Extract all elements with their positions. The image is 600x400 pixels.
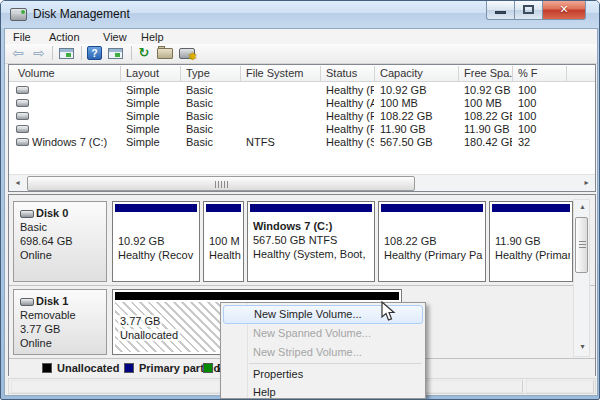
toolbar-separator [81,46,82,60]
partition-recovery[interactable]: 10.92 GB Healthy (Recov [112,201,200,282]
rescan-disks-icon[interactable] [157,48,173,59]
cell-percent: 100 [518,97,548,110]
column-header-percent-free[interactable]: % F [518,67,548,80]
cell-volume [32,97,124,110]
disk-management-window: Disk Management ✕ File Action View Help … [0,0,600,400]
scroll-up-icon[interactable]: ▴ [574,200,591,216]
menu-separator [249,363,422,364]
menu-item-help[interactable]: Help [223,383,423,400]
close-button[interactable]: ✕ [542,1,586,20]
forward-icon[interactable]: ⇨ [30,45,48,62]
scroll-down-icon[interactable]: ▾ [574,340,591,356]
disk1-label[interactable]: Disk 1 Removable 3.77 GB Online [13,289,107,355]
cell-status: Healthy (P... [326,110,374,123]
partition-status: Healthy (Primary Pa [384,248,483,262]
column-header-volume[interactable]: Volume [18,67,118,80]
disk-status: Online [20,248,106,262]
toolbar: ⇦ ⇨ ? ↻ ✱ [5,44,597,64]
title-bar[interactable]: Disk Management ✕ [1,1,599,28]
horizontal-scrollbar[interactable]: ◂ ▸ [9,174,595,191]
legend-primary-swatch [124,363,134,373]
cell-percent: 32 [518,136,548,149]
disk0-label[interactable]: Disk 0 Basic 698.64 GB Online [13,201,107,282]
partition-size: 100 M [209,234,241,248]
menu-view[interactable]: View [97,30,133,44]
partition-11gb[interactable]: 11.90 GB Healthy (Primar [489,201,573,282]
disk-kind: Basic [20,220,106,234]
partition-108gb[interactable]: 108.22 GB Healthy (Primary Pa [378,201,486,282]
disk-icon [20,298,34,306]
menu-item-properties[interactable]: Properties [223,365,423,384]
menu-item-new-spanned-volume: New Spanned Volume... [223,324,423,343]
volume-row[interactable]: Simple Basic Healthy (P... 108.22 GB 108… [9,110,595,123]
show-action-pane-icon[interactable] [108,48,123,59]
show-console-tree-icon[interactable] [59,48,74,59]
legend-unallocated-swatch [42,363,52,373]
back-icon[interactable]: ⇦ [9,45,27,62]
cell-capacity: 567.50 GB [380,136,458,149]
status-cell [526,380,594,393]
partition-status: Healthy (Primar [495,248,570,262]
maximize-button[interactable] [514,1,543,20]
cell-status: Healthy (P... [326,123,374,136]
client-area: File Action View Help ⇦ ⇨ ? ↻ ✱ Volume [4,28,598,396]
menu-file[interactable]: File [7,30,37,44]
menu-item-new-striped-volume: New Striped Volume... [223,343,423,362]
vertical-scrollbar[interactable]: ▴ ▾ [573,199,590,357]
horizontal-scroll-thumb[interactable] [27,176,415,191]
cell-filesystem [246,84,318,97]
column-separator [458,66,459,81]
help-icon[interactable]: ? [87,46,102,60]
volume-row[interactable]: Simple Basic Healthy (P... 11.90 GB 11.9… [9,123,595,136]
column-header-freespace[interactable]: Free Spa... [464,67,512,80]
cell-percent: 100 [518,84,548,97]
volume-row-windows7[interactable]: Windows 7 (C:) Simple Basic NTFS Healthy… [9,136,595,149]
close-icon: ✕ [543,3,585,16]
column-separator [512,66,513,81]
partition-status: Health [209,248,241,262]
column-header-filesystem[interactable]: File System [246,67,318,80]
volume-row[interactable]: Simple Basic Healthy (A... 100 MB 100 MB… [9,97,595,110]
unallocated-bar [115,292,399,300]
cell-type: Basic [186,97,240,110]
volume-icon [16,99,29,107]
partition-status: Healthy (Recov [118,248,197,262]
cell-layout: Simple [126,136,180,149]
partition-system-reserved[interactable]: 100 M Health [203,201,244,282]
cell-status: Healthy (S... [326,136,374,149]
column-header-status[interactable]: Status [326,67,372,80]
cell-free: 100 MB [464,97,512,110]
column-header-capacity[interactable]: Capacity [380,67,456,80]
menu-help[interactable]: Help [135,30,170,44]
cell-status: Healthy (R... [326,84,374,97]
cell-volume [32,123,124,136]
cell-type: Basic [186,123,240,136]
column-separator [180,66,181,81]
cell-type: Basic [186,110,240,123]
minimize-button[interactable] [486,1,515,20]
column-header-type[interactable]: Type [186,67,238,80]
cell-layout: Simple [126,84,180,97]
column-header-layout[interactable]: Layout [126,67,178,80]
scroll-right-icon[interactable]: ▸ [578,175,595,191]
refresh-icon[interactable]: ↻ [135,45,153,62]
unallocated-label: Unallocated [118,329,180,341]
cell-filesystem [246,123,318,136]
primary-partition-bar [206,204,241,212]
volume-row[interactable]: Simple Basic Healthy (R... 10.92 GB 10.9… [9,84,595,97]
legend-unallocated-label: Unallocated [57,362,119,374]
vertical-scroll-thumb[interactable] [575,217,588,273]
disk-row-separator [9,285,595,286]
disk-size: 698.64 GB [20,234,106,248]
disk-name: Disk 1 [36,295,68,307]
column-separator [320,66,321,81]
legend-extended-swatch [203,363,213,373]
menu-action[interactable]: Action [43,30,86,44]
cell-type: Basic [186,84,240,97]
primary-partition-bar [250,204,372,212]
scroll-left-icon[interactable]: ◂ [9,175,26,191]
partition-windows7-c[interactable]: Windows 7 (C:) 567.50 GB NTFS Healthy (S… [247,201,375,282]
column-separator [240,66,241,81]
disk-settings-icon[interactable]: ✱ [179,48,195,59]
disk-status: Online [20,336,106,350]
